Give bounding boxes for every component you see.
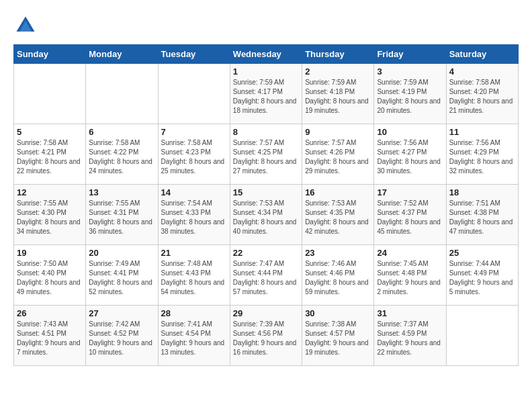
calendar-cell: 12Sunrise: 7:55 AM Sunset: 4:30 PM Dayli…: [14, 185, 86, 245]
calendar-cell: 1Sunrise: 7:59 AM Sunset: 4:17 PM Daylig…: [230, 64, 302, 124]
day-number: 17: [377, 187, 443, 197]
day-info: Sunrise: 7:53 AM Sunset: 4:34 PM Dayligh…: [233, 199, 299, 236]
calendar-cell: 24Sunrise: 7:45 AM Sunset: 4:48 PM Dayli…: [374, 245, 446, 306]
day-info: Sunrise: 7:45 AM Sunset: 4:48 PM Dayligh…: [377, 259, 443, 297]
day-number: 22: [233, 248, 299, 258]
day-info: Sunrise: 7:38 AM Sunset: 4:57 PM Dayligh…: [305, 320, 371, 357]
day-info: Sunrise: 7:49 AM Sunset: 4:41 PM Dayligh…: [89, 259, 154, 297]
day-number: 15: [233, 187, 299, 197]
calendar-table: SundayMondayTuesdayWednesdayThursdayFrid…: [13, 44, 519, 366]
calendar-cell: 21Sunrise: 7:48 AM Sunset: 4:43 PM Dayli…: [158, 245, 230, 306]
day-number: 10: [377, 127, 443, 137]
calendar-week-row: 5Sunrise: 7:58 AM Sunset: 4:21 PM Daylig…: [14, 124, 519, 185]
day-number: 6: [89, 127, 154, 137]
calendar-cell: 22Sunrise: 7:47 AM Sunset: 4:44 PM Dayli…: [230, 245, 302, 306]
calendar-cell: 4Sunrise: 7:58 AM Sunset: 4:20 PM Daylig…: [446, 64, 518, 124]
day-info: Sunrise: 7:59 AM Sunset: 4:18 PM Dayligh…: [305, 78, 371, 116]
day-info: Sunrise: 7:46 AM Sunset: 4:46 PM Dayligh…: [305, 259, 371, 297]
calendar-cell: 8Sunrise: 7:57 AM Sunset: 4:25 PM Daylig…: [230, 124, 302, 185]
day-info: Sunrise: 7:52 AM Sunset: 4:37 PM Dayligh…: [377, 199, 443, 236]
calendar-cell: 5Sunrise: 7:58 AM Sunset: 4:21 PM Daylig…: [14, 124, 86, 185]
day-info: Sunrise: 7:59 AM Sunset: 4:17 PM Dayligh…: [233, 78, 299, 116]
calendar-cell: 31Sunrise: 7:37 AM Sunset: 4:59 PM Dayli…: [374, 306, 446, 366]
calendar-cell: 16Sunrise: 7:53 AM Sunset: 4:35 PM Dayli…: [302, 185, 374, 245]
day-number: 24: [377, 248, 443, 258]
day-info: Sunrise: 7:59 AM Sunset: 4:19 PM Dayligh…: [377, 78, 443, 116]
day-info: Sunrise: 7:44 AM Sunset: 4:49 PM Dayligh…: [449, 259, 515, 297]
calendar-cell: 18Sunrise: 7:51 AM Sunset: 4:38 PM Dayli…: [446, 185, 518, 245]
day-number: 30: [305, 308, 371, 318]
day-number: 20: [89, 248, 154, 258]
day-info: Sunrise: 7:58 AM Sunset: 4:23 PM Dayligh…: [161, 138, 227, 176]
day-info: Sunrise: 7:55 AM Sunset: 4:31 PM Dayligh…: [89, 199, 154, 236]
calendar-cell: 28Sunrise: 7:41 AM Sunset: 4:54 PM Dayli…: [158, 306, 230, 366]
calendar-cell: 23Sunrise: 7:46 AM Sunset: 4:46 PM Dayli…: [302, 245, 374, 306]
calendar-cell: 7Sunrise: 7:58 AM Sunset: 4:23 PM Daylig…: [158, 124, 230, 185]
day-info: Sunrise: 7:54 AM Sunset: 4:33 PM Dayligh…: [161, 199, 227, 236]
day-number: 11: [449, 127, 515, 137]
day-info: Sunrise: 7:51 AM Sunset: 4:38 PM Dayligh…: [449, 199, 515, 236]
weekday-header: Sunday: [14, 45, 86, 64]
calendar-week-row: 12Sunrise: 7:55 AM Sunset: 4:30 PM Dayli…: [14, 185, 519, 245]
calendar-cell: 19Sunrise: 7:50 AM Sunset: 4:40 PM Dayli…: [14, 245, 86, 306]
day-info: Sunrise: 7:58 AM Sunset: 4:21 PM Dayligh…: [17, 138, 83, 176]
calendar-cell: 30Sunrise: 7:38 AM Sunset: 4:57 PM Dayli…: [302, 306, 374, 366]
day-number: 23: [305, 248, 371, 258]
day-info: Sunrise: 7:53 AM Sunset: 4:35 PM Dayligh…: [305, 199, 371, 236]
calendar-week-row: 26Sunrise: 7:43 AM Sunset: 4:51 PM Dayli…: [14, 306, 519, 366]
day-info: Sunrise: 7:50 AM Sunset: 4:40 PM Dayligh…: [17, 259, 83, 297]
day-number: 29: [233, 308, 299, 318]
calendar-cell: 20Sunrise: 7:49 AM Sunset: 4:41 PM Dayli…: [86, 245, 158, 306]
day-number: 28: [161, 308, 227, 318]
page-header: [13, 13, 519, 38]
weekday-header-row: SundayMondayTuesdayWednesdayThursdayFrid…: [14, 45, 519, 64]
weekday-header: Monday: [86, 45, 158, 64]
calendar-cell: 14Sunrise: 7:54 AM Sunset: 4:33 PM Dayli…: [158, 185, 230, 245]
day-number: 16: [305, 187, 371, 197]
day-number: 26: [17, 308, 83, 318]
calendar-cell: 25Sunrise: 7:44 AM Sunset: 4:49 PM Dayli…: [446, 245, 518, 306]
calendar-cell: 3Sunrise: 7:59 AM Sunset: 4:19 PM Daylig…: [374, 64, 446, 124]
day-number: 3: [377, 66, 443, 77]
weekday-header: Wednesday: [230, 45, 302, 64]
day-number: 7: [161, 127, 227, 137]
day-info: Sunrise: 7:58 AM Sunset: 4:22 PM Dayligh…: [89, 138, 154, 176]
calendar-week-row: 19Sunrise: 7:50 AM Sunset: 4:40 PM Dayli…: [14, 245, 519, 306]
calendar-cell: 11Sunrise: 7:56 AM Sunset: 4:29 PM Dayli…: [446, 124, 518, 185]
calendar-cell: [158, 64, 230, 124]
day-number: 14: [161, 187, 227, 197]
calendar-cell: [86, 64, 158, 124]
day-info: Sunrise: 7:57 AM Sunset: 4:26 PM Dayligh…: [305, 138, 371, 176]
day-number: 8: [233, 127, 299, 137]
calendar-cell: 9Sunrise: 7:57 AM Sunset: 4:26 PM Daylig…: [302, 124, 374, 185]
calendar-cell: 6Sunrise: 7:58 AM Sunset: 4:22 PM Daylig…: [86, 124, 158, 185]
day-info: Sunrise: 7:56 AM Sunset: 4:27 PM Dayligh…: [377, 138, 443, 176]
calendar-cell: 10Sunrise: 7:56 AM Sunset: 4:27 PM Dayli…: [374, 124, 446, 185]
calendar-cell: 17Sunrise: 7:52 AM Sunset: 4:37 PM Dayli…: [374, 185, 446, 245]
calendar-cell: 13Sunrise: 7:55 AM Sunset: 4:31 PM Dayli…: [86, 185, 158, 245]
day-number: 13: [89, 187, 154, 197]
weekday-header: Tuesday: [158, 45, 230, 64]
day-info: Sunrise: 7:57 AM Sunset: 4:25 PM Dayligh…: [233, 138, 299, 176]
day-number: 1: [233, 66, 299, 77]
logo-icon: [13, 13, 38, 38]
day-info: Sunrise: 7:41 AM Sunset: 4:54 PM Dayligh…: [161, 320, 227, 357]
day-number: 12: [17, 187, 83, 197]
day-number: 25: [449, 248, 515, 258]
weekday-header: Friday: [374, 45, 446, 64]
calendar-cell: [14, 64, 86, 124]
day-info: Sunrise: 7:39 AM Sunset: 4:56 PM Dayligh…: [233, 320, 299, 357]
day-info: Sunrise: 7:58 AM Sunset: 4:20 PM Dayligh…: [449, 78, 515, 116]
day-info: Sunrise: 7:42 AM Sunset: 4:52 PM Dayligh…: [89, 320, 154, 357]
calendar-cell: [446, 306, 518, 366]
day-info: Sunrise: 7:43 AM Sunset: 4:51 PM Dayligh…: [17, 320, 83, 357]
day-number: 21: [161, 248, 227, 258]
calendar-week-row: 1Sunrise: 7:59 AM Sunset: 4:17 PM Daylig…: [14, 64, 519, 124]
calendar-cell: 29Sunrise: 7:39 AM Sunset: 4:56 PM Dayli…: [230, 306, 302, 366]
day-number: 19: [17, 248, 83, 258]
day-number: 18: [449, 187, 515, 197]
calendar-cell: 15Sunrise: 7:53 AM Sunset: 4:34 PM Dayli…: [230, 185, 302, 245]
calendar-cell: 27Sunrise: 7:42 AM Sunset: 4:52 PM Dayli…: [86, 306, 158, 366]
day-number: 31: [377, 308, 443, 318]
day-number: 9: [305, 127, 371, 137]
